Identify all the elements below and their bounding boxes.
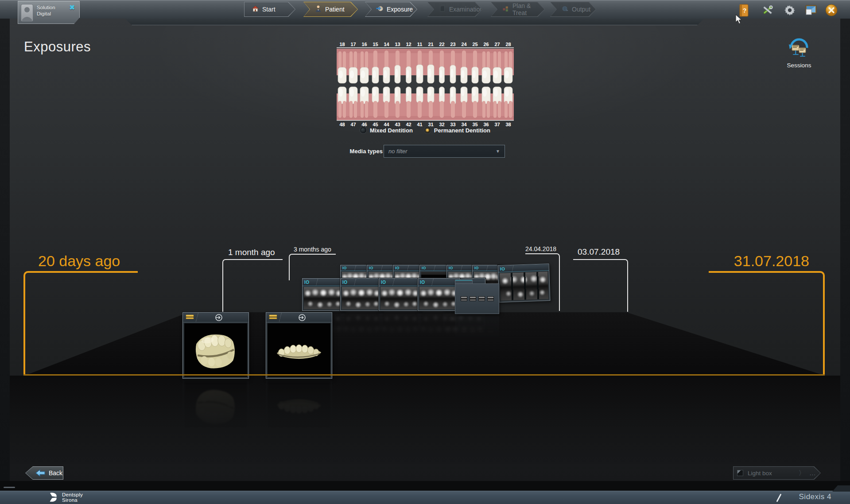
svg-text:23: 23 [450, 42, 455, 47]
svg-text:13: 13 [395, 42, 400, 47]
back-label: Back [49, 469, 62, 477]
timeline-marker-bracket-m3 [289, 254, 336, 280]
nav-item-label: Examination [449, 6, 483, 13]
svg-text:27: 27 [494, 42, 500, 47]
patient-name-line1: Solution [37, 4, 55, 11]
home-icon [252, 5, 259, 14]
page-title: Exposures [24, 39, 91, 55]
tooth-chart[interactable]: 1848174716461545144413431242114121312232… [337, 42, 514, 128]
xray-thumbnail [380, 287, 419, 309]
exposure-card-xray-lg[interactable]: IO [340, 278, 383, 311]
status-slash [776, 494, 781, 502]
blocks-icon [502, 5, 509, 14]
globe-out-icon [561, 5, 569, 14]
svg-text:24: 24 [461, 42, 467, 47]
nav-item-examination[interactable]: Examination [427, 2, 482, 17]
exposure-card-model3d[interactable] [182, 312, 249, 379]
settings-icon[interactable] [783, 4, 796, 17]
svg-text:22: 22 [439, 42, 444, 47]
media-types-value: no filter [388, 148, 408, 155]
mixed-dentition-radio[interactable]: Mixed Dentition [360, 127, 413, 134]
timeline-marker-bracket-m1 [23, 271, 138, 376]
sessions-icon [788, 37, 811, 61]
nav-item-output[interactable]: Output [550, 2, 596, 17]
app-name: Sidexis 4 [799, 492, 831, 501]
brand-logo-icon [48, 492, 58, 503]
sessions-button[interactable]: Sessions [776, 37, 822, 72]
nav-item-start[interactable]: Start [244, 2, 295, 17]
left-frame-rail [0, 19, 10, 482]
svg-text:?: ? [742, 7, 746, 14]
nav-item-label: Patient [325, 6, 345, 13]
radio-dot [424, 127, 431, 133]
timeline-marker-label-m1: 20 days ago [38, 252, 120, 270]
radio-dot [360, 127, 366, 133]
mixed-dentition-label: Mixed Dentition [370, 127, 413, 134]
svg-text:15: 15 [373, 42, 378, 47]
light-box-label: Light box [748, 470, 772, 477]
folder-body [455, 283, 499, 314]
exposure-card-xray-lg[interactable]: IO [379, 278, 421, 311]
brand-line2: Sirona [62, 497, 83, 503]
model3d-thumbnail [184, 323, 247, 377]
close-icon[interactable] [825, 4, 838, 17]
model3d-thumbnail [268, 323, 330, 377]
xray-thumbnail [419, 287, 458, 309]
back-arrow-icon [35, 469, 45, 477]
patient-avatar [21, 4, 33, 22]
svg-text:28: 28 [505, 42, 511, 47]
timeline-frame-bottom-line [23, 374, 825, 376]
exposure-card-model3d[interactable] [266, 312, 332, 379]
svg-text:17: 17 [350, 42, 356, 47]
svg-text:11: 11 [417, 42, 423, 47]
monitor-icon[interactable] [804, 4, 818, 17]
resize-grip [4, 487, 15, 488]
title-bar-dip [125, 19, 704, 25]
svg-text:14: 14 [384, 42, 389, 47]
help-icon[interactable]: ? [737, 4, 750, 17]
timeline-marker-bracket-m2 [222, 259, 283, 312]
svg-text:21: 21 [428, 42, 433, 47]
patient-tab[interactable]: Solution Digital ✖ [18, 1, 80, 24]
system-icons: ? [731, 0, 846, 19]
nav-item-patient[interactable]: Patient [303, 2, 358, 17]
chevron-down-icon: ▼ [496, 149, 500, 154]
document-icon [439, 5, 446, 14]
patient-name-line2: Digital [37, 11, 55, 17]
nav-item-label: Start [262, 6, 276, 13]
person-icon [314, 5, 322, 14]
nav-item-label: Exposure [387, 6, 413, 13]
permanent-dentition-label: Permanent Dentition [434, 127, 490, 134]
xray-thumbnail [342, 287, 381, 309]
breadcrumb: StartPatientExposureExaminationPlan & Tr… [0, 2, 850, 17]
chevron-right-icon: 〉 [799, 469, 805, 477]
sidexis-window: Solution Digital ✖ StartPatientExposureE… [0, 0, 850, 504]
light-box-more: ... [810, 470, 817, 477]
light-box-button[interactable]: Light box 〉 ... [733, 466, 821, 480]
timeline-floor-lower [10, 376, 840, 464]
back-button[interactable]: Back [25, 466, 63, 480]
patient-tab-close-icon[interactable]: ✖ [69, 4, 75, 12]
svg-text:16: 16 [361, 42, 367, 47]
tools-icon[interactable] [761, 4, 774, 17]
timeline-marker-bracket-m4 [525, 253, 560, 311]
media-types-dropdown[interactable]: no filter ▼ [384, 145, 505, 158]
timeline-marker-label-m5: 03.07.2018 [578, 247, 620, 257]
dentition-options: Mixed Dentition Permanent Dentition [337, 125, 514, 135]
timeline-marker-bracket-m5 [573, 259, 628, 312]
nav-item-exposure[interactable]: Exposure [365, 2, 417, 17]
exposure-card-folder[interactable] [455, 279, 499, 314]
nav-item-plan-treat[interactable]: Plan & Treat [491, 2, 545, 17]
timeline-marker-label-m6: 31.07.2018 [734, 252, 809, 270]
nav-item-label: Output [572, 6, 590, 13]
permanent-dentition-radio[interactable]: Permanent Dentition [424, 127, 490, 134]
timeline-marker-bracket-m6 [709, 271, 825, 376]
svg-text:26: 26 [483, 42, 489, 47]
light-box-icon [737, 470, 743, 476]
bottom-frame [0, 481, 850, 491]
xray-thumbnail [304, 287, 343, 309]
globe-arrow-icon [376, 5, 384, 14]
exposure-card-xray-lg[interactable]: IO [302, 278, 345, 311]
exposure-card-xray-lg[interactable]: IO [418, 278, 460, 311]
timeline-marker-label-m3: 3 months ago [294, 246, 331, 253]
